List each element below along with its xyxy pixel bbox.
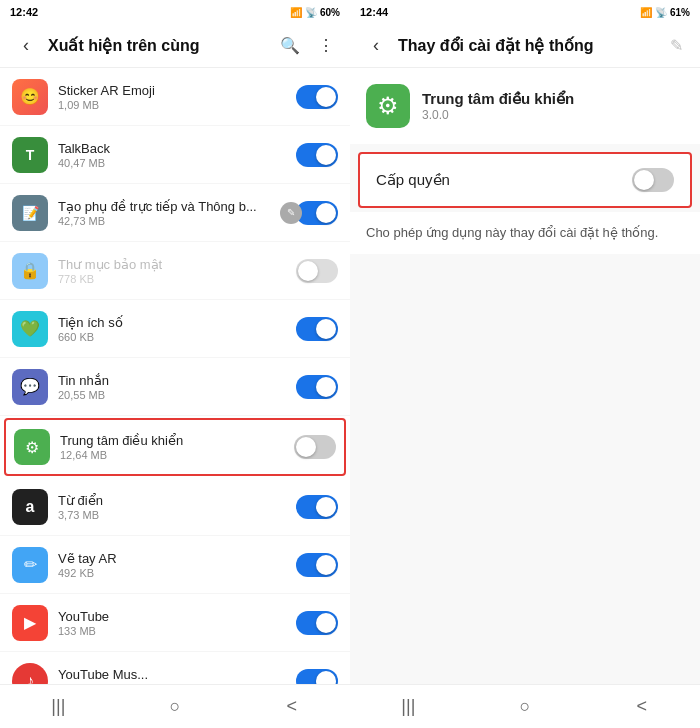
app-info-tinnhan: Tin nhắn 20,55 MB (58, 373, 296, 401)
detail-app-icon: ⚙ (366, 84, 410, 128)
detail-app-name: Trung tâm điều khiển (422, 90, 574, 108)
status-time-right: 12:44 (360, 6, 388, 18)
toggle-tienich[interactable] (296, 317, 338, 341)
app-name-tinnhan: Tin nhắn (58, 373, 296, 388)
app-name-trung: Trung tâm điều khiển (60, 433, 294, 448)
app-size-tudien: 3,73 MB (58, 509, 296, 521)
toggle-vetay[interactable] (296, 553, 338, 577)
right-page-title: Thay đổi cài đặt hệ thống (398, 36, 660, 55)
app-name-thumuc: Thư mục bảo mật (58, 257, 296, 272)
toggle-talkback[interactable] (296, 143, 338, 167)
app-name-tienich: Tiện ích số (58, 315, 296, 330)
time-left: 12:42 (10, 6, 38, 18)
app-info-trung: Trung tâm điều khiển 12,64 MB (60, 433, 294, 461)
app-item-youtubemus[interactable]: ♪ YouTube Mus... 59,22 MB (0, 652, 350, 684)
app-size-sticker: 1,09 MB (58, 99, 296, 111)
left-page-title: Xuất hiện trên cùng (48, 36, 274, 55)
back-button-right[interactable]: ‹ (358, 28, 394, 64)
app-name-taophu: Tạo phụ đề trực tiếp và Thông b... (58, 199, 296, 214)
app-name-vetay: Vẽ tay AR (58, 551, 296, 566)
toggle-sticker[interactable] (296, 85, 338, 109)
nav-back-left[interactable]: < (262, 685, 322, 729)
app-size-thumuc: 778 KB (58, 273, 296, 285)
app-icon-tudien: a (12, 489, 48, 525)
permission-description-section: Cho phép ứng dụng này thay đổi cài đặt h… (350, 212, 700, 254)
status-icons-right: 📶 📡 61% (640, 7, 690, 18)
app-info-youtubemus: YouTube Mus... 59,22 MB (58, 667, 296, 685)
app-size-taophu: 42,73 MB (58, 215, 296, 227)
app-icon-tienich: 💚 (12, 311, 48, 347)
app-icon-trung: ⚙ (14, 429, 50, 465)
left-top-bar: ‹ Xuất hiện trên cùng 🔍 ⋮ (0, 24, 350, 68)
permission-row: Cấp quyền (360, 154, 690, 206)
app-size-talkback: 40,47 MB (58, 157, 296, 169)
app-item-taophu[interactable]: 📝 Tạo phụ đề trực tiếp và Thông b... 42,… (0, 184, 350, 242)
app-item-talkback[interactable]: T TalkBack 40,47 MB (0, 126, 350, 184)
app-item-sticker[interactable]: 😊 Sticker AR Emoji 1,09 MB (0, 68, 350, 126)
app-item-trung[interactable]: ⚙ Trung tâm điều khiển 12,64 MB (4, 418, 346, 476)
toggle-taophu[interactable] (296, 201, 338, 225)
left-status-bar: 12:42 📶 📡 60% (0, 0, 350, 24)
app-info-taophu: Tạo phụ đề trực tiếp và Thông b... 42,73… (58, 199, 296, 227)
permission-description-text: Cho phép ứng dụng này thay đổi cài đặt h… (366, 224, 684, 242)
app-info-youtube: YouTube 133 MB (58, 609, 296, 637)
app-info-tudien: Từ điển 3,73 MB (58, 493, 296, 521)
toggle-tudien[interactable] (296, 495, 338, 519)
back-button-left[interactable]: ‹ (8, 28, 44, 64)
app-item-youtube[interactable]: ▶ YouTube 133 MB (0, 594, 350, 652)
permission-label: Cấp quyền (376, 171, 632, 189)
app-size-trung: 12,64 MB (60, 449, 294, 461)
signal-icon: 📡 (305, 7, 317, 18)
nav-menu-right[interactable]: ||| (378, 685, 438, 729)
app-info-talkback: TalkBack 40,47 MB (58, 141, 296, 169)
search-icon[interactable]: 🔍 (274, 30, 306, 62)
more-icon[interactable]: ⋮ (310, 30, 342, 62)
app-item-vetay[interactable]: ✏ Vẽ tay AR 492 KB (0, 536, 350, 594)
detail-app-header: ⚙ Trung tâm điều khiển 3.0.0 (350, 68, 700, 144)
app-size-vetay: 492 KB (58, 567, 296, 579)
time-right: 12:44 (360, 6, 388, 18)
app-info-sticker: Sticker AR Emoji 1,09 MB (58, 83, 296, 111)
nav-menu-left[interactable]: ||| (28, 685, 88, 729)
app-info-thumuc: Thư mục bảo mật 778 KB (58, 257, 296, 285)
nav-home-left[interactable]: ○ (145, 685, 205, 729)
toggle-tinnhan[interactable] (296, 375, 338, 399)
app-icon-thumuc: 🔒 (12, 253, 48, 289)
nav-back-right[interactable]: < (612, 685, 672, 729)
app-name-youtube: YouTube (58, 609, 296, 624)
permission-toggle[interactable] (632, 168, 674, 192)
edit-icon-right[interactable]: ✎ (660, 30, 692, 62)
right-nav-bar: ||| ○ < (350, 684, 700, 728)
right-panel: 12:44 📶 📡 61% ‹ Thay đổi cài đặt hệ thốn… (350, 0, 700, 728)
app-name-youtubemus: YouTube Mus... (58, 667, 296, 682)
app-size-tienich: 660 KB (58, 331, 296, 343)
left-nav-bar: ||| ○ < (0, 684, 350, 728)
app-size-youtube: 133 MB (58, 625, 296, 637)
right-status-bar: 12:44 📶 📡 61% (350, 0, 700, 24)
wifi-icon-right: 📶 (640, 7, 652, 18)
app-item-tinnhan[interactable]: 💬 Tin nhắn 20,55 MB (0, 358, 350, 416)
app-item-thumuc[interactable]: 🔒 Thư mục bảo mật 778 KB (0, 242, 350, 300)
detail-app-info: Trung tâm điều khiển 3.0.0 (422, 90, 574, 122)
edit-overlay-taophu: ✎ (280, 202, 302, 224)
nav-home-right[interactable]: ○ (495, 685, 555, 729)
toggle-youtube[interactable] (296, 611, 338, 635)
right-top-bar: ‹ Thay đổi cài đặt hệ thống ✎ (350, 24, 700, 68)
app-name-tudien: Từ điển (58, 493, 296, 508)
app-item-tienich[interactable]: 💚 Tiện ích số 660 KB (0, 300, 350, 358)
app-icon-sticker: 😊 (12, 79, 48, 115)
toggle-thumuc[interactable] (296, 259, 338, 283)
app-list: 😊 Sticker AR Emoji 1,09 MB T TalkBack 40… (0, 68, 350, 684)
detail-app-version: 3.0.0 (422, 108, 574, 122)
app-icon-vetay: ✏ (12, 547, 48, 583)
app-icon-tinnhan: 💬 (12, 369, 48, 405)
status-icons-left: 📶 📡 60% (290, 7, 340, 18)
signal-icon-right: 📡 (655, 7, 667, 18)
app-icon-youtube: ▶ (12, 605, 48, 641)
app-item-tudien[interactable]: a Từ điển 3,73 MB (0, 478, 350, 536)
app-info-tienich: Tiện ích số 660 KB (58, 315, 296, 343)
toggle-youtubemus[interactable] (296, 669, 338, 685)
detail-content: ⚙ Trung tâm điều khiển 3.0.0 Cấp quyền C… (350, 68, 700, 684)
toggle-trung[interactable] (294, 435, 336, 459)
app-icon-taophu: 📝 (12, 195, 48, 231)
